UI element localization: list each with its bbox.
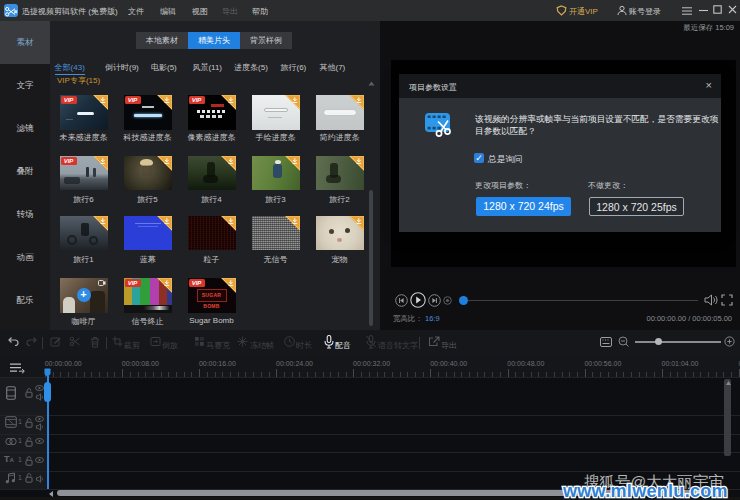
svg-text:www.mlwenlu.com: www.mlwenlu.com <box>562 481 728 500</box>
